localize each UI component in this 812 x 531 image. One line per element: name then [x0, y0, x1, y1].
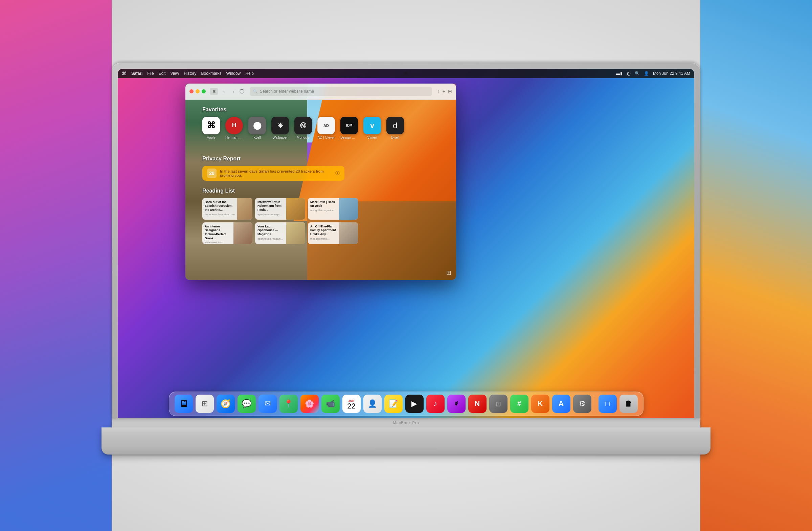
- desktop-wallpaper-left: [0, 0, 112, 531]
- trash-icon: 🗑: [625, 399, 632, 408]
- menubar-view[interactable]: View: [170, 71, 179, 76]
- favorite-monocle[interactable]: Ⓜ Monocle: [294, 117, 312, 140]
- keynote-icon: K: [538, 400, 542, 407]
- tdm-fav-label: Design Museum: [340, 136, 358, 140]
- maximize-button[interactable]: [202, 89, 206, 94]
- dock-podcasts[interactable]: 🎙: [447, 394, 466, 413]
- privacy-title: Privacy Report: [202, 156, 345, 162]
- menubar-help[interactable]: Help: [245, 71, 254, 76]
- reading-card-5[interactable]: Your Lab Openhouse — Magazine openhouse-…: [255, 223, 305, 244]
- reading-card-1[interactable]: Born out of the Spanish recession, the a…: [202, 198, 252, 220]
- new-tab-button[interactable]: +: [443, 89, 445, 94]
- maps-icon: 📍: [284, 399, 293, 408]
- privacy-count: 20: [209, 171, 215, 176]
- reading-card-1-title: Born out of the Spanish recession, the a…: [205, 200, 235, 212]
- kvell-fav-label: Kvell: [253, 136, 261, 140]
- toolbar-right-buttons: ↑ + ⊞: [437, 89, 452, 94]
- appletv-icon: ▶: [411, 399, 417, 408]
- search-icon[interactable]: 🔍: [635, 71, 640, 76]
- launchpad-icon: ⊞: [202, 399, 208, 408]
- customize-icon: ⊞: [446, 269, 451, 276]
- reading-card-2[interactable]: Interview Armin Heinemann from Paula... …: [255, 198, 305, 220]
- reading-card-3[interactable]: MacGuffin | Desk on Desk macguffinmagazi…: [308, 198, 358, 220]
- menubar-app-name[interactable]: Safari: [131, 71, 142, 76]
- favorites-section: Favorites ⌘ Apple H: [202, 106, 404, 140]
- reading-card-4-text: An Interior Designer's Picture-Perfect B…: [202, 223, 233, 244]
- safari-window: ⊟ ‹ › 🔍 Search or enter website name ↑ +: [185, 84, 456, 280]
- wallpaper-fav-icon: ✳: [271, 117, 289, 134]
- privacy-bar[interactable]: 20 In the last seven days Safari has pre…: [202, 166, 345, 181]
- share-button[interactable]: ↑: [437, 89, 440, 94]
- reading-card-4[interactable]: An Interior Designer's Picture-Perfect B…: [202, 223, 252, 244]
- dock-music[interactable]: ♪: [426, 394, 445, 413]
- dock-system-prefs[interactable]: ⚙: [573, 394, 591, 413]
- favorite-herman-miller[interactable]: H Herman Miller: [225, 117, 243, 140]
- podcasts-icon: 🎙: [453, 400, 460, 407]
- privacy-info-icon[interactable]: ⓘ: [335, 170, 340, 176]
- dock-notes[interactable]: 📝: [385, 394, 403, 413]
- contacts-icon: 👤: [368, 399, 377, 408]
- grid-button[interactable]: ⊞: [448, 89, 452, 94]
- dock-sidecar[interactable]: ⊡: [489, 394, 508, 413]
- reading-grid: Born out of the Spanish recession, the a…: [202, 198, 358, 244]
- menubar-history[interactable]: History: [184, 71, 196, 76]
- loading-spinner: [240, 89, 244, 94]
- dock-safari[interactable]: 🧭: [217, 394, 235, 413]
- sidebar-toggle-button[interactable]: ⊟: [210, 88, 218, 95]
- menubar-file[interactable]: File: [147, 71, 154, 76]
- dock-photos[interactable]: 🌸: [301, 394, 319, 413]
- ad-fav-icon: AD: [317, 117, 335, 134]
- reading-card-4-url: www.dwell.com: [205, 241, 231, 244]
- reading-card-2-thumb: [286, 198, 305, 220]
- battery-icon: ▬▮: [616, 71, 623, 76]
- apple-fav-label: Apple: [207, 136, 216, 140]
- news-icon: N: [475, 399, 480, 408]
- minimize-button[interactable]: [195, 89, 200, 94]
- reading-card-6-thumb: [339, 223, 358, 244]
- dock-appstore[interactable]: A: [552, 394, 570, 413]
- dock-finder2[interactable]: □: [598, 394, 617, 413]
- dock-contacts[interactable]: 👤: [363, 394, 382, 413]
- dwell-fav-label: Dwell: [391, 136, 399, 140]
- back-button[interactable]: ‹: [221, 88, 227, 95]
- menubar-window[interactable]: Window: [226, 71, 241, 76]
- calendar-day: 22: [347, 402, 355, 410]
- facetime-icon: 📹: [326, 399, 335, 408]
- favorite-tdm[interactable]: tDM Design Museum: [340, 117, 358, 140]
- address-input[interactable]: Search or enter website name: [260, 89, 429, 94]
- close-button[interactable]: [189, 89, 193, 94]
- apple-fav-icon: ⌘: [202, 117, 220, 134]
- dock-trash[interactable]: 🗑: [620, 394, 638, 413]
- dock-keynote[interactable]: K: [531, 394, 549, 413]
- keyboard-base: [102, 428, 710, 455]
- messages-icon: 💬: [242, 399, 252, 408]
- dock-calendar[interactable]: JUN 22: [343, 394, 361, 413]
- dock-facetime[interactable]: 📹: [321, 394, 340, 413]
- favorite-vimeo[interactable]: v Vimeo: [363, 117, 381, 140]
- customize-button[interactable]: ⊞: [446, 269, 451, 276]
- screen-bezel: ⌘ Safari File Edit View History Bookmark…: [118, 69, 694, 418]
- dock-news[interactable]: N: [468, 394, 487, 413]
- menubar-edit[interactable]: Edit: [159, 71, 166, 76]
- dock-messages[interactable]: 💬: [237, 394, 256, 413]
- dock-appletv[interactable]: ▶: [405, 394, 424, 413]
- reading-section: Reading List Born out of the Spanish rec…: [202, 188, 358, 244]
- favorite-dwell[interactable]: d Dwell: [386, 117, 404, 140]
- datetime: Mon Jun 22 9:41 AM: [653, 71, 690, 76]
- favorite-wallpaper[interactable]: ✳ Wallpaper: [271, 117, 289, 140]
- favorite-ad[interactable]: AD AD | Clever: [317, 117, 335, 140]
- reading-card-6[interactable]: An Off-The-Plan Family Apartment Unlike …: [308, 223, 358, 244]
- address-bar[interactable]: 🔍 Search or enter website name: [250, 87, 432, 96]
- forward-button[interactable]: ›: [230, 88, 237, 95]
- favorite-apple[interactable]: ⌘ Apple: [202, 117, 220, 140]
- dock-finder[interactable]: 🖥: [175, 394, 193, 413]
- apple-menu-icon[interactable]: ⌘: [122, 71, 127, 76]
- favorite-kvell[interactable]: ⬤ Kvell: [248, 117, 266, 140]
- reading-card-1-thumb: [237, 198, 252, 220]
- menubar-bookmarks[interactable]: Bookmarks: [201, 71, 222, 76]
- dock-numbers[interactable]: #: [510, 394, 528, 413]
- dock-mail[interactable]: ✉: [259, 394, 277, 413]
- macbook-label: MacBook Pro: [393, 421, 419, 425]
- dock-maps[interactable]: 📍: [279, 394, 298, 413]
- dock-launchpad[interactable]: ⊞: [195, 394, 214, 413]
